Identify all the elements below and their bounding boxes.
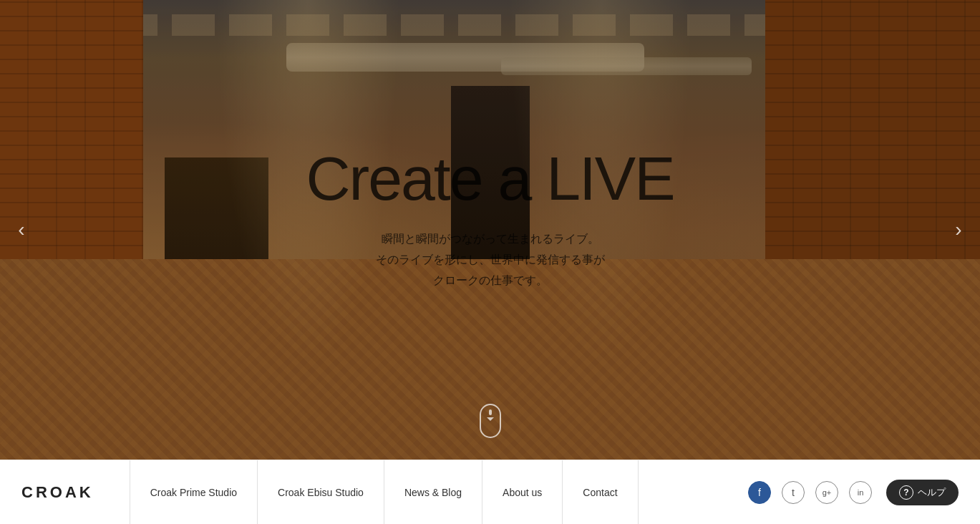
nav-link-contact[interactable]: Contact (563, 460, 638, 525)
nav-link-croak-ebisu[interactable]: Croak Ebisu Studio (258, 460, 384, 525)
subtitle-line-3: クロークの仕事です。 (376, 271, 605, 291)
scroll-indicator[interactable] (480, 404, 501, 438)
nav-link-news-blog[interactable]: News & Blog (384, 460, 482, 525)
nav-link-croak-prime[interactable]: Croak Prime Studio (130, 460, 258, 525)
navbar-logo[interactable]: CROAK (21, 483, 94, 502)
prev-arrow[interactable]: ‹ (7, 215, 36, 244)
navbar-links: Croak Prime Studio Croak Ebisu Studio Ne… (130, 460, 748, 525)
page-wrapper: Create a LIVE 瞬間と瞬間がつながって生まれるライブ。 そのライブを… (0, 0, 980, 524)
google-plus-icon[interactable]: g+ (815, 481, 838, 504)
nav-link-about[interactable]: About us (482, 460, 563, 525)
facebook-icon[interactable]: f (748, 481, 771, 504)
help-circle-icon: ? (899, 485, 913, 500)
behance-icon[interactable]: in (849, 481, 872, 504)
subtitle-line-1: 瞬間と瞬間がつながって生まれるライブ。 (376, 229, 605, 250)
scroll-arrow (487, 417, 494, 421)
next-arrow[interactable]: › (944, 215, 973, 244)
hero-section: Create a LIVE 瞬間と瞬間がつながって生まれるライブ。 そのライブを… (0, 0, 980, 460)
twitter-icon[interactable]: t (782, 481, 805, 504)
scroll-dot (489, 409, 492, 415)
subtitle-line-2: そのライブを形にし、世界中に発信する事が (376, 250, 605, 271)
hero-subtitle: 瞬間と瞬間がつながって生まれるライブ。 そのライブを形にし、世界中に発信する事が… (376, 229, 605, 291)
navbar: CROAK Croak Prime Studio Croak Ebisu Stu… (0, 460, 980, 524)
navbar-social: f t g+ in (748, 481, 872, 504)
help-label: ヘルプ (918, 486, 946, 499)
hero-title: Create a LIVE (306, 143, 674, 214)
help-button[interactable]: ? ヘルプ (886, 480, 959, 505)
